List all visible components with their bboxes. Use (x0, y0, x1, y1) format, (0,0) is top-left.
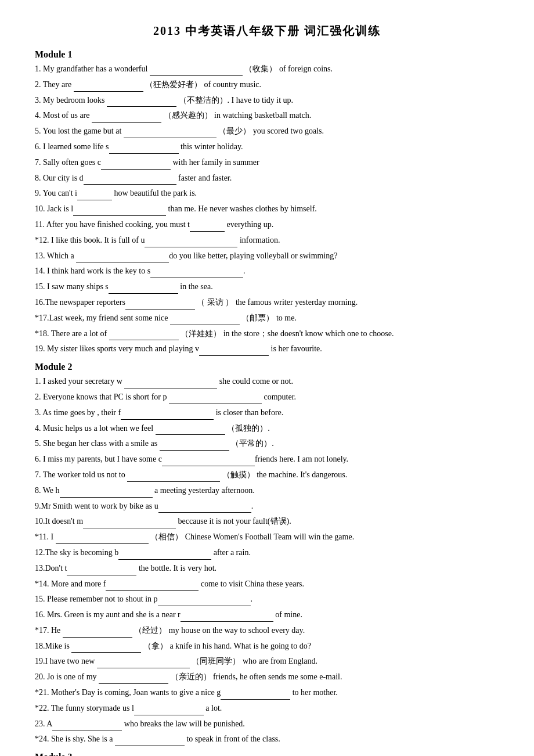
list-item: *14. More and more f come to visit China… (35, 577, 499, 591)
list-item: 7. Sally often goes c with her family in… (35, 156, 499, 170)
list-item: 4. Music helps us a lot when we feel （孤独… (35, 422, 499, 435)
module-2-list: 1. I asked your secretary w she could co… (35, 375, 499, 746)
list-item: 14. I think hard work is the key to s. (35, 264, 499, 278)
list-item: 10.It doesn't m beccause it is not your … (35, 514, 499, 528)
list-item: *22. The funny storymade us l a lot. (35, 701, 499, 715)
list-item: 20. Jo is one of my （亲近的） friends, he of… (35, 670, 499, 684)
list-item: 11. After you have finished cooking, you… (35, 218, 499, 232)
list-item: *21. Mother's Day is coming, Joan wants … (35, 686, 499, 700)
list-item: 6. I miss my parents, but I have some cf… (35, 452, 499, 466)
list-item: *12. I like this book. It is full of u i… (35, 233, 499, 247)
list-item: 5. She began her class with a smile as （… (35, 437, 499, 451)
list-item: 9. You can't i how beautiful the park is… (35, 186, 499, 200)
list-item: 3. As time goes by , their f is closer t… (35, 406, 499, 420)
module-1-title: Module 1 (35, 49, 499, 60)
list-item: 7. The worker told us not to （触摸） the ma… (35, 468, 499, 482)
list-item: 13. Which a do you like better, playing … (35, 249, 499, 263)
list-item: 10. Jack is l than me. He never washes c… (35, 202, 499, 216)
list-item: 19.I have two new （同班同学） who are from En… (35, 654, 499, 668)
list-item: 8. We h a meeting yesterday afternoon. (35, 484, 499, 498)
list-item: *17. He （经过） my house on the way to scho… (35, 624, 499, 638)
list-item: 2. They are （狂热爱好者） of country music. (35, 78, 499, 92)
list-item: 6. I learned some life s this winter hol… (35, 140, 499, 154)
module-3-title: Module 3 (35, 752, 499, 756)
list-item: 4. Most of us are （感兴趣的） in watching bas… (35, 109, 499, 123)
list-item: 1. I asked your secretary w she could co… (35, 375, 499, 388)
module-1-list: 1. My grandfather has a wonderful （收集） o… (35, 62, 499, 356)
list-item: 1. My grandfather has a wonderful （收集） o… (35, 62, 499, 76)
list-item: 13.Don't t the bottle. It is very hot. (35, 561, 499, 575)
module-1: Module 1 1. My grandfather has a wonderf… (35, 49, 499, 356)
list-item: *18. There are a lot of （洋娃娃） in the sto… (35, 327, 499, 341)
list-item: *11. I （相信） Chinese Women's Football Tea… (35, 530, 499, 544)
list-item: 12.The sky is becoming b after a rain. (35, 546, 499, 560)
list-item: 15. I saw many ships s in the sea. (35, 280, 499, 294)
list-item: 15. Please remember not to shout in p. (35, 592, 499, 606)
module-3: Module 3 1. The r of the newspaper is a … (35, 752, 499, 756)
list-item: 23. A who breaks the law will be punishe… (35, 717, 499, 731)
list-item: 2. Everyone knows that PC is short for p… (35, 390, 499, 404)
list-item: 5. You lost the game but at （最少） you sco… (35, 124, 499, 138)
list-item: 9.Mr Smith went to work by bike as u. (35, 499, 499, 513)
list-item: 19. My sister likes sports very much and… (35, 342, 499, 356)
list-item: *24. She is shy. She is a to speak in fr… (35, 732, 499, 746)
document-body: Module 1 1. My grandfather has a wonderf… (35, 49, 499, 756)
module-2-title: Module 2 (35, 362, 499, 372)
list-item: 8. Our city is d faster and faster. (35, 171, 499, 185)
module-2: Module 2 1. I asked your secretary w she… (35, 362, 499, 746)
list-item: 18.Mike is （拿） a knife in his hand. What… (35, 639, 499, 653)
list-item: *17.Last week, my friend sent some nice … (35, 311, 499, 325)
page-title: 2013 中考英语八年级下册 词汇强化训练 (35, 23, 499, 39)
list-item: 16. Mrs. Green is my aunt and she is a n… (35, 608, 499, 622)
list-item: 16.The newspaper reporters （ 采访 ） the fa… (35, 296, 499, 309)
list-item: 3. My bedroom looks （不整洁的）. I have to ti… (35, 93, 499, 107)
